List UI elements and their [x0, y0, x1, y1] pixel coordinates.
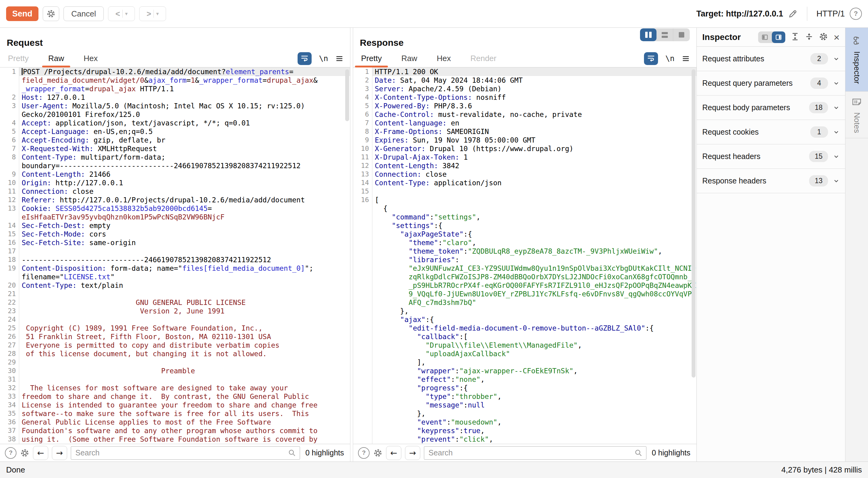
tab-pretty[interactable]: Pretty	[7, 50, 30, 67]
response-editor[interactable]: 1HTTP/1.1 200 OK2Date: Sat, 04 May 2024 …	[353, 67, 696, 444]
help-icon[interactable]: ?	[850, 8, 862, 20]
dropdown-caret-icon: ▾	[156, 11, 159, 17]
target-label: Target: http://127.0.0.1	[696, 9, 783, 19]
editor-line: "wrapper":"ajax-wrapper--CFoEkE9TnSk",	[353, 366, 696, 375]
tab-raw[interactable]: Raw	[400, 50, 418, 67]
wrap-icon	[647, 54, 655, 63]
tab-pretty[interactable]: Pretty	[360, 50, 383, 67]
collapse-all-icon[interactable]	[805, 32, 813, 42]
editor-line: "event":"mousedown",	[353, 418, 696, 426]
tab-notes[interactable]: Notes	[845, 92, 868, 138]
editor-line: 35software--to make sure the software is…	[0, 409, 350, 418]
editor-line: 15	[353, 187, 696, 196]
editor-line: "ajax":{	[353, 315, 696, 324]
inspector-section-response-headers[interactable]: Response headers13	[697, 169, 845, 193]
tab-hex[interactable]: Hex	[436, 50, 452, 67]
editor-line: 8X-Frame-Options: SAMEORIGIN	[353, 127, 696, 136]
tab-raw[interactable]: Raw	[47, 50, 65, 67]
search-prev-button[interactable]: ←	[33, 446, 48, 460]
search-next-button[interactable]: →	[405, 446, 420, 460]
inspector-section-request-body-parameters[interactable]: Request body parameters18	[697, 95, 845, 120]
inspector-settings-gear-icon[interactable]	[819, 32, 828, 42]
editor-line: "prevent":"click",	[353, 435, 696, 444]
section-label: Request body parameters	[702, 103, 790, 112]
vertical-scrollbar[interactable]	[345, 69, 349, 121]
search-next-button[interactable]: →	[52, 446, 67, 460]
editor-line: "settings":{	[353, 221, 696, 230]
section-label: Request attributes	[702, 54, 764, 63]
send-settings-button[interactable]	[43, 6, 59, 21]
editor-line: 33freedom to share and change it. By con…	[0, 392, 350, 401]
editor-line: 6Accept-Encoding: gzip, deflate, br	[0, 136, 350, 144]
layout-single-button[interactable]	[673, 28, 690, 41]
editor-line: "keypress":true,	[353, 426, 696, 435]
expand-all-icon[interactable]	[791, 32, 799, 42]
search-help-icon[interactable]: ?	[5, 447, 17, 459]
editor-line: "type":"throbber",	[353, 392, 696, 401]
response-search-input[interactable]	[424, 446, 646, 460]
dock-left-button[interactable]	[758, 31, 772, 43]
request-panel: Request PrettyRawHex \n	[0, 28, 350, 461]
editor-line: "command":"settings",	[353, 213, 696, 221]
inspector-panel: Inspector	[696, 28, 845, 461]
inspector-section-request-cookies[interactable]: Request cookies1	[697, 120, 845, 144]
prev-request-button[interactable]: < ▾	[108, 6, 135, 21]
response-tabs: PrettyRawHexRender \n	[353, 50, 696, 67]
editor-line: 9Content-Length: 21466	[0, 170, 350, 179]
show-newlines-toggle[interactable]: \n	[319, 54, 328, 63]
chevron-down-icon[interactable]	[833, 153, 840, 160]
response-highlight-count: 0 highlights	[652, 448, 690, 457]
inspector-section-request-headers[interactable]: Request headers15	[697, 144, 845, 169]
chevron-down-icon[interactable]	[833, 129, 840, 136]
dock-right-button[interactable]	[772, 31, 785, 43]
search-settings-gear-icon[interactable]	[373, 448, 382, 457]
editor-line: },	[353, 307, 696, 315]
word-wrap-toggle[interactable]	[644, 52, 658, 65]
panel-divider[interactable]	[350, 28, 353, 461]
editor-menu-icon[interactable]	[335, 55, 343, 63]
word-wrap-toggle[interactable]	[298, 52, 312, 65]
editor-line: 5X-Powered-By: PHP/8.3.6	[353, 102, 696, 110]
section-count-badge: 4	[810, 78, 828, 89]
editor-line: 2Host: 127.0.0.1	[0, 93, 350, 102]
send-button[interactable]: Send	[6, 6, 38, 21]
request-title: Request	[7, 37, 43, 48]
chevron-down-icon[interactable]	[833, 56, 840, 62]
show-newlines-toggle[interactable]: \n	[665, 54, 675, 63]
chevron-down-icon[interactable]	[833, 104, 840, 111]
dock-right-icon	[775, 34, 782, 40]
next-request-button[interactable]: > ▾	[139, 6, 166, 21]
search-help-icon[interactable]: ?	[358, 447, 370, 459]
notes-document-icon	[851, 96, 862, 107]
cancel-button[interactable]: Cancel	[63, 6, 104, 21]
search-settings-gear-icon[interactable]	[20, 448, 29, 457]
tab-render[interactable]: Render	[469, 50, 497, 67]
editor-line: 7Content-language: en	[353, 119, 696, 127]
layout-rows-button[interactable]	[656, 28, 673, 41]
gear-icon	[46, 9, 56, 18]
dock-left-icon	[762, 34, 768, 40]
http-version-selector[interactable]: HTTP/1	[816, 9, 845, 19]
repeater-window: Send Cancel < ▾ > ▾ Target: http://127.0…	[0, 0, 868, 478]
chevron-down-icon[interactable]	[833, 80, 840, 87]
inspector-section-request-attributes[interactable]: Request attributes2	[697, 47, 845, 71]
editor-line: "theme_token":"ZQDBULqR8_eypZ8eA78_8azcT…	[353, 247, 696, 256]
chevron-down-icon[interactable]	[833, 178, 840, 184]
layout-columns-button[interactable]	[640, 28, 656, 41]
vertical-scrollbar[interactable]	[691, 69, 695, 378]
tab-inspector[interactable]: Inspector	[845, 28, 868, 92]
editor-line: 24	[0, 315, 350, 324]
editor-line: 8Content-Type: multipart/form-data;	[0, 153, 350, 161]
search-prev-button[interactable]: ←	[386, 446, 401, 460]
inspector-close-icon[interactable]: ×	[834, 32, 840, 42]
section-count-badge: 1	[810, 126, 828, 138]
tab-hex[interactable]: Hex	[83, 50, 99, 67]
editor-line: 30 Preamble	[0, 366, 350, 375]
editor-line: _wrapper_format=drupal_ajax HTTP/1.1	[0, 85, 350, 93]
edit-target-pencil-icon[interactable]	[788, 9, 798, 19]
response-title: Response	[360, 37, 403, 48]
request-search-input[interactable]	[71, 446, 300, 460]
editor-menu-icon[interactable]	[682, 55, 690, 63]
request-editor[interactable]: 1POST /Projects/drupal-10.2.6/media/add/…	[0, 67, 350, 444]
inspector-section-request-query-parameters[interactable]: Request query parameters4	[697, 71, 845, 95]
